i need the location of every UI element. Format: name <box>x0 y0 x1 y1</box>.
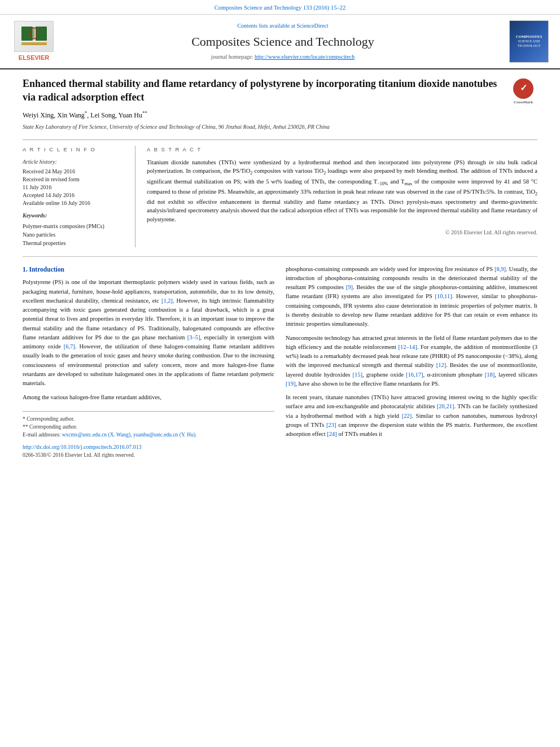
keyword-2: Nano particles <box>23 230 127 239</box>
keyword-1: Polymer-matrix composites (PMCs) <box>23 222 127 230</box>
intro-heading: 1. Introduction <box>23 265 274 274</box>
elsevier-logo-image <box>14 21 54 52</box>
elsevier-brand-text: ELSEVIER <box>19 54 49 63</box>
investigated-word: investigated <box>385 293 414 299</box>
email-label-text: E-mail addresses: <box>23 432 60 438</box>
author-yuan-hu: Yuan Hu** <box>119 111 147 119</box>
footnote-corresponding-2: ** Corresponding author. <box>23 423 274 431</box>
main-left-column: 1. Introduction Polystyrene (PS) is one … <box>23 265 274 459</box>
elsevier-logo: ELSEVIER <box>11 21 56 63</box>
accepted-date: Accepted 14 July 2016 <box>23 191 127 199</box>
footnotes-section: * Corresponding author. ** Corresponding… <box>23 411 274 459</box>
journal-cover-thumbnail: COMPOSITES SCIENCE AND TECHNOLOGY <box>509 20 549 63</box>
intro-paragraph-2: Among the various halogen-free flame ret… <box>23 393 274 402</box>
contents-available-label: Contents lists available at <box>237 23 296 29</box>
email2-text[interactable]: yuanhu@ustc.edu.cn (Y. Hu). <box>133 432 197 438</box>
doi-link[interactable]: http://dx.doi.org/10.1016/j.compscitech.… <box>23 443 274 451</box>
article-info-column: A R T I C L E I N F O Article history: R… <box>23 146 135 247</box>
keyword-3: Thermal properties <box>23 239 127 247</box>
crossmark-label: CrossMark <box>514 100 533 105</box>
journal-reference-bar: Composites Science and Technology 133 (2… <box>0 0 560 15</box>
abstract-section-label: A B S T R A C T <box>147 146 537 154</box>
received-label-text: Received 24 May 2016 <box>23 168 127 176</box>
revised-date-text: 11 July 2016 <box>23 184 127 191</box>
issn-text: 0266-3538/© 2016 Elsevier Ltd. All right… <box>23 451 274 459</box>
copyright-text: © 2016 Elsevier Ltd. All rights reserved… <box>147 229 537 237</box>
article-info-section-label: A R T I C L E I N F O <box>23 146 127 154</box>
homepage-url[interactable]: http://www.elsevier.com/locate/compscite… <box>255 54 355 60</box>
article-title-container: Enhanced thermal stability and flame ret… <box>23 77 537 104</box>
right-paragraph-2: Nanocomposite technology has attracted g… <box>286 334 537 389</box>
journal-title: Composites Science and Technology <box>62 33 504 51</box>
article-body: Enhanced thermal stability and flame ret… <box>0 69 560 470</box>
crossmark-badge[interactable]: ✓ CrossMark <box>509 77 537 106</box>
available-online-date: Available online 16 July 2016 <box>23 199 127 207</box>
received-date: Received 24 May 2016 Received in revised… <box>23 168 127 207</box>
history-label: Article history: <box>23 158 127 167</box>
journal-homepage: journal homepage: http://www.elsevier.co… <box>62 53 504 62</box>
abstract-text: Titanium dioxide nanotubes (TNTs) were s… <box>147 158 537 224</box>
svg-rect-4 <box>21 42 47 45</box>
author-lei-song: Lei Song, <box>90 111 118 119</box>
affiliation-text: State Key Laboratory of Fire Science, Un… <box>23 123 537 132</box>
crossmark-icon: ✓ <box>513 78 533 99</box>
journal-header-center: Contents lists available at ScienceDirec… <box>62 22 504 61</box>
authors-line: Weiyi Xing, Xin Wang*, Lei Song, Yuan Hu… <box>23 110 537 120</box>
info-abstract-section: A R T I C L E I N F O Article history: R… <box>23 139 537 247</box>
abstract-column: A B S T R A C T Titanium dioxide nanotub… <box>147 146 537 247</box>
author-weiyi-xing: Weiyi Xing, <box>23 111 57 119</box>
intro-paragraph-1: Polystyrene (PS) is one of the important… <box>23 278 274 388</box>
section-divider <box>23 256 537 257</box>
right-paragraph-1: phosphorus-containing compounds are wide… <box>286 265 537 329</box>
keywords-label: Keywords: <box>23 212 127 220</box>
right-paragraph-3: In recent years, titanate nanotubes (TNT… <box>286 393 537 439</box>
author-xin-wang: Xin Wang*, <box>57 111 90 119</box>
journal-ref-text: Composites Science and Technology 133 (2… <box>215 5 345 11</box>
homepage-label: journal homepage: <box>211 54 255 60</box>
sciencedirect-label[interactable]: ScienceDirect <box>296 23 328 29</box>
sciencedirect-link: Contents lists available at ScienceDirec… <box>62 22 504 30</box>
received-revised-label: Received in revised form <box>23 176 127 184</box>
footnote-email-line: E-mail addresses: wxcmx@ustc.edu.cn (X. … <box>23 431 274 439</box>
main-right-column: phosphorus-containing compounds are wide… <box>286 265 537 459</box>
email1-text[interactable]: wxcmx@ustc.edu.cn (X. Wang), <box>62 432 132 438</box>
svg-rect-0 <box>21 27 33 41</box>
article-title-text: Enhanced thermal stability and flame ret… <box>23 78 497 102</box>
main-content-section: 1. Introduction Polystyrene (PS) is one … <box>23 265 537 459</box>
footnote-corresponding-1: * Corresponding author. <box>23 415 274 423</box>
journal-header: ELSEVIER Contents lists available at Sci… <box>0 15 560 69</box>
